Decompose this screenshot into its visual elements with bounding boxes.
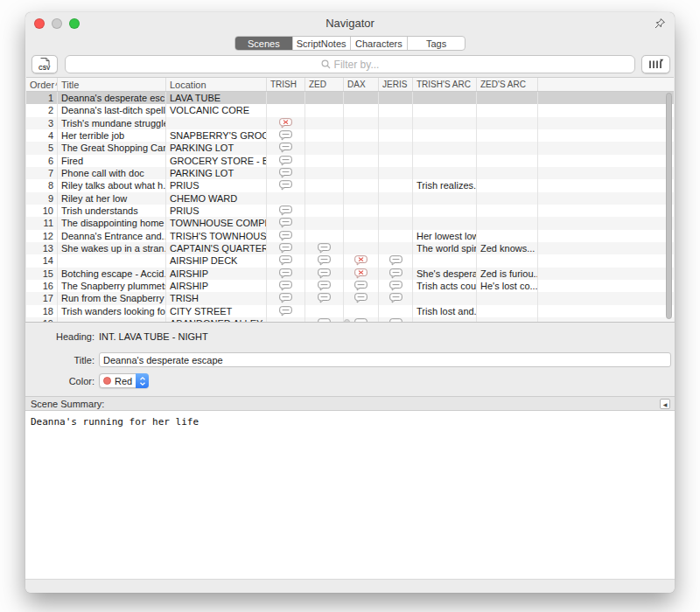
- scene-title-input[interactable]: [99, 352, 671, 367]
- table-row[interactable]: 5The Great Shopping Car...PARKING LOT: [26, 142, 674, 154]
- title-bar[interactable]: Navigator: [25, 12, 675, 33]
- cell-zed[interactable]: [305, 167, 344, 179]
- table-row[interactable]: 18Trish wanders looking fo...CITY STREET…: [26, 305, 674, 317]
- cell-dax[interactable]: [344, 305, 379, 317]
- export-csv-button[interactable]: CSV: [32, 55, 58, 73]
- tab-characters[interactable]: Characters: [350, 37, 408, 50]
- table-row[interactable]: 2Deanna's last-ditch spellVOLCANIC CORE: [26, 104, 674, 116]
- cell-trish[interactable]: [267, 192, 305, 205]
- cell-dax[interactable]: [344, 254, 379, 267]
- cell-dax[interactable]: [344, 205, 379, 217]
- cell-zed[interactable]: [305, 179, 344, 191]
- column-header-zed-arc[interactable]: ZED'S ARC: [477, 78, 538, 91]
- cell-trish[interactable]: [267, 280, 305, 292]
- table-row[interactable]: 14AIRSHIP DECK: [26, 254, 674, 267]
- cell-dax[interactable]: [344, 155, 379, 167]
- cell-dax[interactable]: [344, 117, 379, 129]
- tab-tags[interactable]: Tags: [407, 37, 465, 50]
- cell-zed[interactable]: [305, 142, 344, 154]
- cell-zed[interactable]: [305, 205, 344, 217]
- column-header-trish[interactable]: TRISH: [267, 78, 305, 91]
- cell-zed[interactable]: [305, 104, 344, 116]
- collapse-panel-button[interactable]: ◀: [660, 399, 670, 409]
- column-header-jeris[interactable]: JERIS: [379, 78, 413, 91]
- cell-zed[interactable]: [305, 230, 344, 242]
- column-header-location[interactable]: Location: [166, 78, 267, 91]
- column-header-title[interactable]: Title: [58, 78, 166, 91]
- cell-jeris[interactable]: [379, 167, 413, 179]
- cell-dax[interactable]: [344, 217, 379, 229]
- cell-trish[interactable]: [267, 92, 305, 104]
- cell-trish[interactable]: [267, 179, 305, 191]
- cell-zed[interactable]: [305, 155, 344, 167]
- cell-trish[interactable]: [267, 155, 305, 167]
- cell-zed[interactable]: [305, 192, 344, 205]
- column-header-trish-arc[interactable]: TRISH'S ARC: [413, 78, 477, 91]
- cell-trish[interactable]: [267, 117, 305, 129]
- cell-jeris[interactable]: [379, 104, 413, 116]
- cell-jeris[interactable]: [379, 268, 413, 280]
- table-row[interactable]: 13She wakes up in a stran...CAPTAIN'S QU…: [26, 242, 674, 254]
- cell-trish[interactable]: [267, 268, 305, 280]
- cell-trish[interactable]: [267, 104, 305, 116]
- cell-dax[interactable]: [344, 92, 379, 104]
- table-row[interactable]: 17Run from the SnapberryTRISH: [26, 292, 674, 304]
- cell-zed[interactable]: [305, 129, 344, 142]
- cell-zed[interactable]: [305, 92, 344, 104]
- column-header-zed[interactable]: ZED: [305, 78, 344, 91]
- cell-zed[interactable]: [305, 217, 344, 229]
- cell-jeris[interactable]: [379, 205, 413, 217]
- cell-dax[interactable]: [344, 292, 379, 304]
- cell-dax[interactable]: [344, 230, 379, 242]
- cell-trish[interactable]: [267, 167, 305, 179]
- cell-zed[interactable]: [305, 254, 344, 267]
- table-row[interactable]: 10Trish understandsPRIUS: [26, 205, 674, 217]
- table-row[interactable]: 6FiredGROCERY STORE - BAC...: [26, 155, 674, 167]
- cell-dax[interactable]: [344, 167, 379, 179]
- cell-trish[interactable]: [267, 254, 305, 267]
- column-header-order[interactable]: Order^: [26, 78, 58, 91]
- vertical-scrollbar[interactable]: [666, 93, 672, 319]
- cell-jeris[interactable]: [379, 242, 413, 254]
- cell-dax[interactable]: [344, 129, 379, 142]
- cell-trish[interactable]: [267, 292, 305, 304]
- cell-jeris[interactable]: [379, 305, 413, 317]
- cell-dax[interactable]: [344, 192, 379, 205]
- column-header-dax[interactable]: DAX: [344, 78, 379, 91]
- table-row[interactable]: 16The Snapberry plummetsAIRSHIPTrish act…: [26, 280, 674, 292]
- column-options-button[interactable]: [641, 55, 670, 73]
- cell-dax[interactable]: [344, 242, 379, 254]
- tab-scriptnotes[interactable]: ScriptNotes: [292, 37, 350, 50]
- table-row[interactable]: 11The disappointing homeTOWNHOUSE COMPLE…: [26, 217, 674, 229]
- table-row[interactable]: 3Trish's mundane struggle: [26, 117, 674, 129]
- cell-zed[interactable]: [305, 292, 344, 304]
- cell-jeris[interactable]: [379, 179, 413, 191]
- cell-dax[interactable]: [344, 268, 379, 280]
- cell-dax[interactable]: [344, 142, 379, 154]
- table-row[interactable]: 4Her terrible jobSNAPBERRY'S GROCERY...: [26, 129, 674, 142]
- cell-dax[interactable]: [344, 280, 379, 292]
- cell-zed[interactable]: [305, 268, 344, 280]
- table-row[interactable]: 1Deanna's desperate esc...LAVA TUBE: [26, 92, 674, 104]
- scene-summary-text[interactable]: Deanna's running for her life: [25, 411, 675, 579]
- cell-trish[interactable]: [267, 305, 305, 317]
- cell-trish[interactable]: [267, 142, 305, 154]
- cell-trish[interactable]: [267, 217, 305, 229]
- filter-input[interactable]: Filter by...: [65, 55, 635, 73]
- cell-zed[interactable]: [305, 305, 344, 317]
- table-row[interactable]: 15Botching escape - Accid...AIRSHIPShe's…: [26, 268, 674, 280]
- tab-scenes[interactable]: Scenes: [235, 37, 292, 50]
- cell-jeris[interactable]: [379, 292, 413, 304]
- color-popup[interactable]: Red: [99, 373, 149, 388]
- cell-dax[interactable]: [344, 179, 379, 191]
- cell-zed[interactable]: [305, 280, 344, 292]
- cell-trish[interactable]: [267, 205, 305, 217]
- table-row[interactable]: 8Riley talks about what h...PRIUSTrish r…: [26, 179, 674, 191]
- cell-jeris[interactable]: [379, 92, 413, 104]
- table-row[interactable]: 9Riley at her lowCHEMO WARD: [26, 192, 674, 205]
- cell-dax[interactable]: [344, 104, 379, 116]
- cell-jeris[interactable]: [379, 280, 413, 292]
- table-row[interactable]: 7Phone call with docPARKING LOT: [26, 167, 674, 179]
- cell-zed[interactable]: [305, 242, 344, 254]
- cell-jeris[interactable]: [379, 217, 413, 229]
